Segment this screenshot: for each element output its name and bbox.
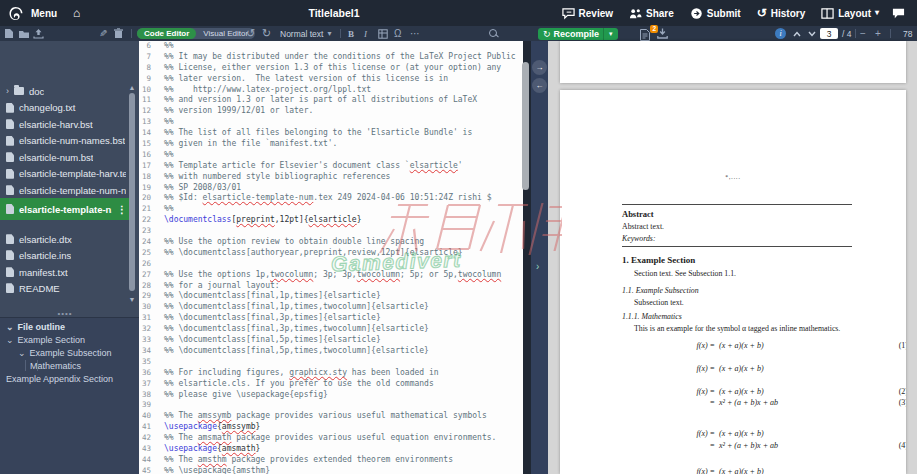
file-outline-header[interactable]: ⌄ File outline [6, 322, 65, 332]
file-item[interactable]: elsarticle-template-harv.tex [0, 166, 126, 183]
new-folder-button[interactable] [18, 27, 30, 40]
zoom-out-button[interactable]: − [860, 27, 866, 40]
bold-button[interactable]: B [348, 27, 354, 40]
code-line: 8%% License, either version 1.3 of this … [139, 63, 523, 74]
chevron-down-icon[interactable]: ⌄ [18, 348, 26, 358]
chat-button[interactable] [890, 0, 907, 26]
file-name: manifest.txt [19, 267, 68, 278]
line-number: 37 [139, 379, 158, 390]
equation-number: (4) [899, 441, 906, 450]
share-button[interactable]: Share [624, 0, 679, 26]
chevron-right-icon[interactable]: › [6, 86, 9, 96]
pdf-preview-pane: *,.... Abstract Abstract text. Keywords:… [548, 41, 917, 474]
pdf-rule [622, 246, 852, 247]
recompile-button[interactable]: ↻ Recompile ▾ [538, 28, 618, 41]
menu-button[interactable]: Menu [23, 0, 65, 26]
folder-item[interactable]: ›doc [0, 83, 126, 100]
page-number-input[interactable] [820, 28, 838, 39]
code-editor[interactable]: 6%%7%% It may be distributed under the c… [139, 41, 523, 474]
new-file-button[interactable] [4, 27, 14, 40]
code-text: %% The list of all files belonging to th… [158, 128, 472, 139]
recompile-dropdown[interactable]: ▾ [603, 28, 618, 41]
upload-button[interactable] [33, 27, 44, 40]
layout-button[interactable]: Layout ▾ [816, 0, 884, 26]
code-line: 35 [139, 357, 523, 368]
more-tools-button[interactable]: ⋯ [410, 27, 420, 40]
line-number: 14 [139, 128, 158, 139]
rename-button[interactable]: ✎ [99, 27, 107, 40]
symbol-button[interactable]: Ω [394, 27, 401, 40]
pdf-equation: =x² + (a + b)x + ab(3) [622, 398, 856, 407]
delete-button[interactable] [114, 27, 123, 40]
code-line: 20%% $Id: elsarticle-template-num.tex 24… [139, 193, 523, 204]
code-text: %% and version 1.3 or later is part of a… [158, 95, 477, 106]
undo-button[interactable]: ↺ [246, 27, 255, 40]
pdf-subsubsection-heading: 1.1.1. Mathematics [622, 312, 682, 321]
pdf-author-mark: *,.... [560, 174, 906, 180]
code-line: 25%% \documentclass[authoryear,preprint,… [139, 248, 523, 259]
collapse-chevron-icon[interactable]: › [536, 261, 539, 272]
file-name: elsarticle-template-harv.tex [19, 168, 126, 179]
file-name: elsarticle-num.bst [19, 152, 93, 163]
menu-label: Menu [31, 8, 57, 19]
tree-scroll-down-icon[interactable]: ▼ [128, 296, 136, 304]
chevron-down-icon: ▾ [875, 9, 879, 17]
editor-toolbar: ✎ Code Editor Visual Editor ↺ ↻ Normal t… [0, 26, 917, 41]
tree-scroll-up-icon[interactable]: ▲ [128, 84, 136, 92]
outline-item[interactable]: Example Appendix Section [6, 374, 113, 384]
file-tree-panel: ›docchangelog.txtelsarticle-harv.bstelsa… [0, 41, 139, 474]
outline-item[interactable]: ⌄Example Subsection [18, 348, 112, 358]
file-item[interactable]: elsarticle-num.bst [0, 149, 126, 166]
line-number: 8 [139, 63, 158, 74]
info-icon: i [775, 28, 786, 39]
insert-grid-icon [378, 29, 388, 39]
file-item[interactable]: README [0, 280, 126, 297]
code-line: 37%% elsarticle.cls. If you prefer to us… [139, 379, 523, 390]
expand-right-button[interactable]: → [532, 60, 547, 75]
chevron-down-icon[interactable]: ⌄ [6, 335, 14, 345]
file-item[interactable]: elsarticle-template-num-n... [0, 182, 126, 199]
redo-icon: ↻ [262, 27, 271, 40]
compile-info-button[interactable]: i [775, 27, 786, 40]
code-line: 27%% Use the options 1p,twocolumn; 3p; 3… [139, 270, 523, 281]
undo-icon: ↺ [246, 27, 255, 40]
file-item[interactable]: elsarticle.ins [0, 247, 126, 264]
home-button[interactable]: ⌂ [65, 0, 88, 26]
pdf-section-heading: 1. Example Section [622, 255, 695, 265]
file-item[interactable]: manifest.txt [0, 264, 126, 281]
outline-item[interactable]: ⌄Example Section [6, 335, 85, 345]
download-pdf-button[interactable] [657, 27, 668, 40]
insert-button[interactable] [378, 27, 388, 40]
file-icon [6, 136, 14, 146]
pdf-equation: f(x) =(x + a)(x + b) [622, 429, 856, 438]
history-button[interactable]: ↺ History [752, 0, 811, 26]
tree-scrollbar-thumb[interactable] [129, 93, 135, 291]
file-item[interactable]: elsarticle-num-names.bst [0, 133, 126, 150]
zoom-in-button[interactable]: + [875, 27, 881, 40]
logs-button[interactable]: 2 [640, 27, 655, 40]
expand-left-button[interactable]: ← [532, 78, 547, 93]
page-down-button[interactable] [808, 27, 816, 40]
editor-scrollbar-thumb[interactable] [522, 62, 529, 190]
zoom-level[interactable]: 78 [903, 29, 912, 39]
pane-divider[interactable] [531, 41, 548, 474]
code-text: \usepackage{amssymb} [158, 422, 260, 433]
italic-button[interactable]: I [364, 27, 367, 40]
file-item[interactable]: changelog.txt [0, 100, 126, 117]
code-text: %% The amsmath package provides various … [158, 433, 496, 444]
code-editor-tab[interactable]: Code Editor [137, 28, 196, 39]
file-item[interactable]: elsarticle-harv.bst [0, 116, 126, 133]
code-line: 22\documentclass[preprint,12pt]{elsartic… [139, 215, 523, 226]
review-button[interactable]: Review [557, 0, 618, 26]
code-text: %% Use the options 1p,twocolumn; 3p; 3p,… [158, 270, 501, 281]
file-item[interactable]: elsarticle.dtx [0, 231, 126, 248]
paragraph-style-dropdown[interactable]: Normal text ▾ [280, 27, 331, 40]
page-up-button[interactable] [793, 27, 801, 40]
code-text [158, 357, 164, 368]
search-button[interactable] [489, 27, 498, 40]
redo-button[interactable]: ↻ [262, 27, 271, 40]
file-item[interactable]: elsarticle-template-n...⋮ [0, 198, 133, 220]
code-line: 29%% \documentclass[final,1p,times]{elsa… [139, 291, 523, 302]
submit-button[interactable]: Submit [685, 0, 746, 26]
line-number: 39 [139, 400, 158, 411]
